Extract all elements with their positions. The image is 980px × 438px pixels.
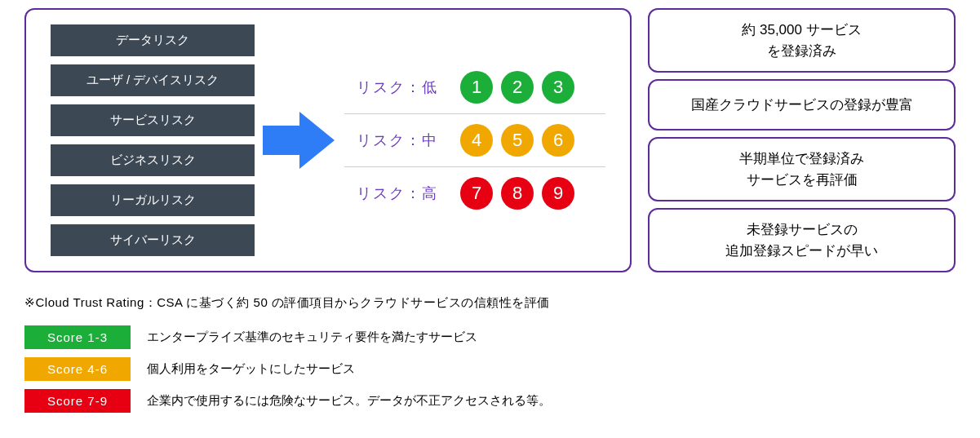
- rating-block: リスク：低 1 2 3 リスク：中 4 5 6 リスク：高 7: [344, 61, 605, 219]
- legend-row: Score 4-6 個人利用をターゲットにしたサービス: [24, 357, 956, 381]
- risk-item: データリスク: [51, 24, 255, 56]
- feature-box: 半期単位で登録済み サービスを再評価: [648, 137, 956, 201]
- arrow-icon: [263, 108, 336, 173]
- risk-item: ビジネスリスク: [51, 144, 255, 176]
- legend-row: Score 1-3 エンタープライズ基準のセキュリティ要件を満たすサービス: [24, 325, 956, 349]
- legend-tag: Score 1-3: [24, 325, 131, 349]
- rating-circle: 7: [460, 177, 493, 210]
- rating-circle: 9: [542, 177, 574, 210]
- risk-item: サービスリスク: [51, 104, 255, 136]
- rating-circle: 2: [501, 71, 534, 104]
- rating-label: リスク：高: [344, 184, 450, 203]
- feature-box: 未登録サービスの 追加登録スピードが早い: [648, 208, 956, 272]
- feature-line: を登録済み: [658, 41, 946, 62]
- rating-circle: 5: [501, 124, 534, 157]
- feature-box: 国産クラウドサービスの登録が豊富: [648, 79, 956, 131]
- legend-desc: エンタープライズ基準のセキュリティ要件を満たすサービス: [147, 330, 477, 345]
- feature-line: 約 35,000 サービス: [658, 20, 946, 41]
- feature-line: サービスを再評価: [658, 170, 946, 191]
- rating-circle: 1: [460, 71, 493, 104]
- score-legend: Score 1-3 エンタープライズ基準のセキュリティ要件を満たすサービス Sc…: [24, 325, 956, 413]
- risk-item: サイバーリスク: [51, 224, 255, 256]
- rating-circle: 4: [460, 124, 493, 157]
- rating-row-high: リスク：高 7 8 9: [344, 166, 605, 219]
- feature-box: 約 35,000 サービス を登録済み: [648, 8, 956, 73]
- rating-circles: 7 8 9: [460, 177, 574, 210]
- rating-circle: 6: [542, 124, 574, 157]
- rating-circles: 4 5 6: [460, 124, 574, 157]
- legend-row: Score 7-9 企業内で使用するには危険なサービス。データが不正アクセスされ…: [24, 389, 956, 413]
- risk-item: リーガルリスク: [51, 184, 255, 216]
- top-row: データリスク ユーザ / デバイスリスク サービスリスク ビジネスリスク リーガ…: [24, 8, 956, 272]
- feature-line: 未登録サービスの: [658, 219, 946, 241]
- main-panel: データリスク ユーザ / デバイスリスク サービスリスク ビジネスリスク リーガ…: [24, 8, 632, 272]
- rating-row-mid: リスク：中 4 5 6: [344, 113, 605, 166]
- rating-label: リスク：中: [344, 131, 450, 150]
- footnote: ※Cloud Trust Rating：CSA に基づく約 50 の評価項目から…: [24, 295, 956, 311]
- rating-row-low: リスク：低 1 2 3: [344, 61, 605, 113]
- svg-marker-0: [263, 112, 335, 169]
- side-column: 約 35,000 サービス を登録済み 国産クラウドサービスの登録が豊富 半期単…: [648, 8, 956, 272]
- legend-desc: 個人利用をターゲットにしたサービス: [147, 361, 355, 377]
- legend-tag: Score 7-9: [24, 389, 131, 413]
- risk-item: ユーザ / デバイスリスク: [51, 64, 255, 96]
- rating-circle: 8: [501, 177, 534, 210]
- rating-label: リスク：低: [344, 77, 450, 97]
- feature-line: 国産クラウドサービスの登録が豊富: [658, 95, 946, 116]
- feature-line: 追加登録スピードが早い: [658, 241, 946, 262]
- risk-category-list: データリスク ユーザ / デバイスリスク サービスリスク ビジネスリスク リーガ…: [51, 24, 255, 256]
- rating-circles: 1 2 3: [460, 71, 574, 104]
- legend-desc: 企業内で使用するには危険なサービス。データが不正アクセスされる等。: [147, 393, 551, 409]
- feature-line: 半期単位で登録済み: [658, 148, 946, 170]
- rating-circle: 3: [542, 71, 574, 104]
- legend-tag: Score 4-6: [24, 357, 131, 381]
